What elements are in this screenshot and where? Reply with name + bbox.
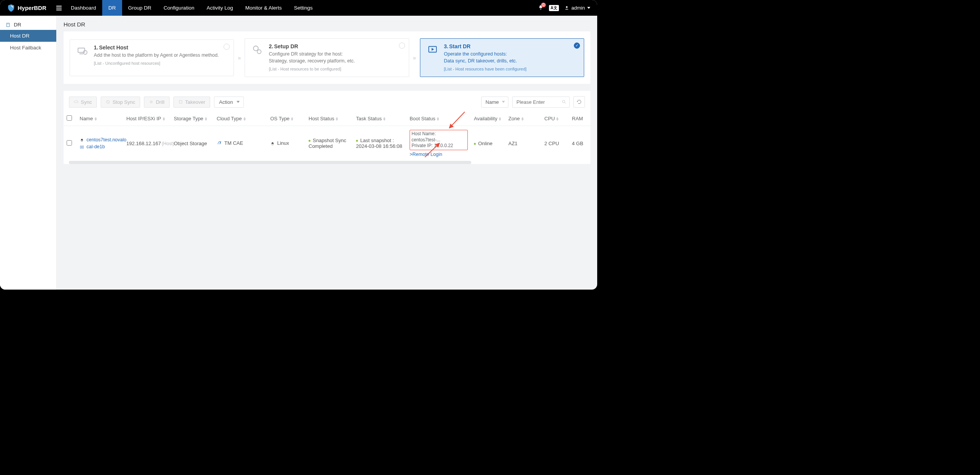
svg-point-6	[253, 46, 258, 51]
refresh-icon	[577, 99, 582, 105]
building-icon	[5, 22, 11, 28]
svg-point-24	[272, 142, 273, 143]
svg-point-17	[81, 140, 83, 141]
host-ip-cell: 192.168.12.167(Host)	[123, 126, 171, 161]
alpha-icon	[217, 140, 222, 146]
host-icon	[75, 44, 89, 70]
nav-activity-log[interactable]: Activity Log	[201, 0, 239, 16]
os-type-cell: Linux	[267, 126, 305, 161]
user-icon	[564, 5, 569, 10]
col-storage-type[interactable]: Storage Type	[171, 111, 214, 126]
row-checkbox[interactable]	[67, 140, 72, 146]
step-status-empty-icon	[399, 43, 405, 49]
svg-point-0	[566, 6, 567, 8]
svg-rect-2	[7, 24, 8, 24]
cloud-sync-icon	[74, 100, 78, 104]
step-1-select-host[interactable]: 1. Select Host Add the host to the platf…	[70, 39, 234, 76]
svg-rect-3	[8, 24, 9, 24]
col-availability[interactable]: Availability	[471, 111, 505, 126]
filter-field-select[interactable]: Name	[481, 97, 508, 108]
chevron-down-icon	[587, 7, 590, 9]
host-table-card: Sync Stop Sync Drill Takeover	[64, 91, 590, 164]
user-menu[interactable]: admin	[564, 5, 590, 11]
stop-icon	[106, 100, 110, 104]
chevron-down-icon	[237, 101, 240, 103]
col-task-status[interactable]: Task Status	[353, 111, 407, 126]
col-zone[interactable]: Zone	[505, 111, 541, 126]
col-cloud-type[interactable]: Cloud Type	[214, 111, 267, 126]
table-row: centos7test.novalo cal-de1b 192.168.12.1…	[64, 126, 591, 161]
top-nav: HyperBDR Dashboard DR Group DR Configura…	[0, 0, 597, 16]
page-title: Host DR	[57, 16, 597, 31]
nav-items: Dashboard DR Group DR Configuration Acti…	[65, 0, 319, 16]
task-status-cell: Last snapshot : 2024-03-08 16:56:08	[353, 126, 407, 161]
svg-point-18	[82, 139, 82, 140]
horizontal-scrollbar[interactable]	[69, 161, 585, 164]
nav-settings[interactable]: Settings	[288, 0, 319, 16]
storage-type-cell: Object Storage	[171, 126, 214, 161]
search-input[interactable]	[512, 97, 570, 108]
step-3-start-dr[interactable]: 3. Start DR Operate the configured hosts…	[420, 38, 584, 77]
brand-logo: HyperBDR	[7, 4, 46, 12]
hamburger-icon[interactable]	[56, 6, 62, 10]
select-all-checkbox[interactable]	[67, 115, 72, 121]
drill-button[interactable]: Drill	[144, 97, 169, 108]
col-ram[interactable]: RAM	[569, 111, 591, 126]
shield-icon	[7, 4, 15, 12]
col-host-ip[interactable]: Host IP/ESXi IP	[123, 111, 171, 126]
svg-rect-20	[80, 146, 82, 148]
col-os-type[interactable]: OS Type	[267, 111, 305, 126]
search-wrap	[512, 97, 570, 108]
svg-line-10	[107, 101, 109, 103]
sidebar-item-host-dr[interactable]: Host DR	[0, 30, 56, 42]
alerts-bell[interactable]: 0	[538, 5, 544, 11]
svg-point-14	[562, 100, 565, 103]
availability-cell: Online	[471, 126, 505, 161]
svg-rect-13	[179, 101, 182, 103]
stop-sync-button[interactable]: Stop Sync	[101, 97, 140, 108]
col-name[interactable]: Name	[77, 111, 123, 126]
svg-line-15	[565, 103, 566, 104]
svg-point-25	[273, 142, 273, 143]
language-toggle[interactable]: A文	[549, 5, 559, 11]
remote-login-link[interactable]: >Remote Login	[410, 152, 442, 157]
refresh-button[interactable]	[573, 96, 585, 108]
step-status-empty-icon	[224, 44, 230, 50]
step-2-setup-dr[interactable]: 2. Setup DR Configure DR strategy for th…	[245, 38, 409, 77]
nav-configuration[interactable]: Configuration	[157, 0, 200, 16]
nav-monitor-alerts[interactable]: Monitor & Alerts	[239, 0, 288, 16]
zone-cell: AZ1	[505, 126, 541, 161]
drill-icon	[149, 100, 154, 104]
svg-point-7	[257, 50, 261, 54]
chevron-right-icon: »	[236, 55, 242, 61]
boot-status-cell: Host Name: centos7test-... Private IP: 1…	[407, 126, 471, 161]
host-name-cell[interactable]: centos7test.novalo cal-de1b	[80, 136, 120, 151]
sync-button[interactable]: Sync	[69, 97, 97, 108]
gears-icon	[250, 43, 264, 71]
col-cpu[interactable]: CPU	[541, 111, 569, 126]
takeover-icon	[178, 100, 183, 104]
table-header-row: Name Host IP/ESXi IP Storage Type Cloud …	[64, 111, 591, 126]
play-box-icon	[426, 43, 439, 71]
host-status-cell: Snapshot Sync Completed	[305, 126, 353, 161]
ram-cell: 4 GB	[569, 126, 591, 161]
linux-penguin-icon	[80, 138, 84, 142]
chevron-right-icon: »	[412, 55, 418, 61]
boot-info-highlight: Host Name: centos7test-... Private IP: 1…	[410, 130, 468, 150]
sidebar-heading: DR	[0, 20, 56, 30]
steps-card: 1. Select Host Add the host to the platf…	[64, 31, 590, 84]
col-boot-status[interactable]: Boot Status	[407, 111, 471, 126]
cpu-cell: 2 CPU	[541, 126, 569, 161]
nav-group-dr[interactable]: Group DR	[122, 0, 158, 16]
search-icon	[562, 100, 567, 105]
table-toolbar: Sync Stop Sync Drill Takeover	[64, 91, 590, 111]
nav-dashboard[interactable]: Dashboard	[65, 0, 102, 16]
col-host-status[interactable]: Host Status	[305, 111, 353, 126]
action-dropdown[interactable]: Action	[214, 97, 244, 108]
svg-rect-21	[82, 146, 83, 148]
takeover-button[interactable]: Takeover	[173, 97, 211, 108]
alerts-count: 0	[541, 3, 546, 7]
nav-dr[interactable]: DR	[102, 0, 122, 16]
sidebar: DR Host DR Host Failback	[0, 16, 57, 290]
sidebar-item-host-failback[interactable]: Host Failback	[0, 42, 56, 54]
